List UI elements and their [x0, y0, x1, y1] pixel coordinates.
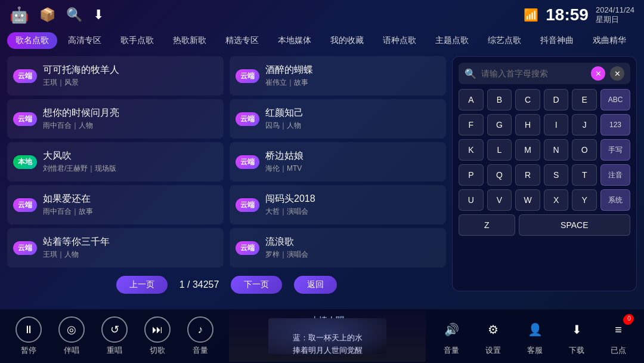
key-button-w[interactable]: W	[515, 189, 540, 211]
song-tag-badge: 云端	[236, 112, 259, 126]
key-button-a[interactable]: A	[459, 89, 484, 110]
song-tag-badge: 本地	[13, 155, 37, 169]
keyboard-row: PQRST注音	[459, 164, 630, 186]
side-key-button[interactable]: 系统	[600, 189, 630, 211]
song-list: 云端可可托海的牧羊人王琪｜风景云端想你的时候问月亮雨中百合｜人物本地大风吹刘惜君…	[7, 56, 446, 291]
key-button-t[interactable]: T	[572, 164, 597, 186]
search-input[interactable]	[481, 69, 586, 78]
prev-page-button[interactable]: 上一页	[116, 276, 168, 294]
search-clear-button[interactable]: ✕	[591, 66, 605, 81]
accompany-button[interactable]: ◎伴唱	[50, 316, 93, 356]
song-tag-badge: 云端	[236, 69, 259, 83]
return-button[interactable]: 返回	[294, 276, 337, 294]
volume-up-button[interactable]: 🔊音量	[431, 316, 472, 356]
nav-tab-variety[interactable]: 综艺点歌	[479, 32, 530, 49]
key-button-j[interactable]: J	[572, 114, 597, 136]
song-title: 可可托海的牧羊人	[43, 64, 218, 76]
key-button-l[interactable]: L	[487, 139, 512, 161]
song-title: 酒醉的蝴蝶	[265, 64, 440, 76]
pause-button[interactable]: ⏸暂停	[7, 316, 50, 356]
key-button-g[interactable]: G	[487, 114, 512, 136]
nav-tab-my-fav[interactable]: 我的收藏	[322, 32, 372, 49]
key-button-n[interactable]: N	[544, 139, 569, 161]
key-button-q[interactable]: Q	[487, 164, 512, 186]
key-button-d[interactable]: D	[544, 89, 569, 110]
song-item[interactable]: 云端流浪歌罗梓｜演唱会	[230, 228, 446, 267]
song-item[interactable]: 本地大风吹刘惜君/王赫野｜现场版	[7, 142, 224, 182]
key-button-p[interactable]: P	[459, 164, 484, 186]
key-button-m[interactable]: M	[515, 139, 540, 161]
song-item[interactable]: 云端如果爱还在雨中百合｜故事	[7, 185, 224, 224]
song-item[interactable]: 云端酒醉的蝴蝶崔伟立｜故事	[230, 56, 446, 96]
song-title: 流浪歌	[265, 236, 440, 248]
nav-tab-song-name[interactable]: 歌名点歌	[7, 32, 57, 49]
search-icon[interactable]: 🔍	[66, 7, 82, 23]
nav-tab-dialect[interactable]: 语种点歌	[374, 32, 425, 49]
search-clear-alt-button[interactable]: ✕	[610, 66, 624, 81]
android-icon: 🤖	[10, 6, 29, 24]
song-title: 闯码头2018	[265, 193, 440, 205]
song-tag-badge: 云端	[236, 198, 259, 212]
song-info: 流浪歌罗梓｜演唱会	[265, 236, 440, 260]
song-info: 站着等你三千年王琪｜人物	[43, 236, 218, 260]
nav-tab-douyin[interactable]: 抖音神曲	[532, 32, 582, 49]
key-button-b[interactable]: B	[487, 89, 512, 110]
time-display: 18:59	[546, 5, 589, 24]
song-item[interactable]: 云端站着等你三千年王琪｜人物	[7, 228, 224, 267]
side-key-button[interactable]: 123	[600, 114, 630, 136]
key-button-i[interactable]: I	[544, 114, 569, 136]
key-button-h[interactable]: H	[515, 114, 540, 136]
song-meta: 罗梓｜演唱会	[265, 250, 440, 260]
repeat-button[interactable]: ↺重唱	[93, 316, 136, 356]
video-preview-inner: 太情人聞 ♪ 蓝：取一杯天上的水 捧着明月人世间觉醒	[229, 310, 426, 362]
song-info: 如果爱还在雨中百合｜故事	[43, 193, 218, 217]
song-item[interactable]: 云端红颜知己囚鸟｜人物	[230, 99, 446, 139]
side-key-button[interactable]: 注音	[600, 164, 630, 186]
song-tag-badge: 云端	[13, 69, 37, 83]
download-icon: ⬇	[564, 316, 590, 343]
key-button-y[interactable]: Y	[572, 189, 597, 211]
ordered-button[interactable]: ≡0已点	[597, 316, 639, 356]
cloud-download-icon[interactable]: ⬇	[93, 7, 104, 23]
key-button-u[interactable]: U	[459, 189, 484, 211]
download-button[interactable]: ⬇下载	[556, 316, 597, 356]
song-title: 红颜知己	[265, 107, 440, 119]
settings-button[interactable]: ⚙设置	[472, 316, 514, 356]
key-button-z[interactable]: Z	[459, 214, 515, 236]
nav-tab-theme[interactable]: 主题点歌	[427, 32, 477, 49]
song-item[interactable]: 云端桥边姑娘海伦｜MTV	[230, 142, 446, 182]
key-button-f[interactable]: F	[459, 114, 484, 136]
key-button-k[interactable]: K	[459, 139, 484, 161]
next-page-button[interactable]: 下一页	[231, 276, 282, 294]
nav-tab-hot-new[interactable]: 热歌新歌	[165, 32, 215, 49]
song-info: 闯码头2018大哲｜演唱会	[265, 193, 440, 217]
song-meta: 王琪｜风景	[43, 78, 218, 88]
top-right-info: 📶 18:59 2024/11/24 星期日	[524, 5, 634, 25]
song-item[interactable]: 云端可可托海的牧羊人王琪｜风景	[7, 56, 224, 96]
nav-tab-hd[interactable]: 高清专区	[60, 32, 110, 49]
song-meta: 囚鸟｜人物	[265, 121, 440, 131]
nav-tab-singer[interactable]: 歌手点歌	[112, 32, 162, 49]
song-item[interactable]: 云端闯码头2018大哲｜演唱会	[230, 185, 446, 224]
key-button-s[interactable]: S	[544, 164, 569, 186]
key-button-space[interactable]: SPACE	[519, 214, 630, 236]
nav-tabs: 歌名点歌高清专区歌手点歌热歌新歌精选专区本地媒体我的收藏语种点歌主题点歌综艺点歌…	[0, 30, 644, 51]
nav-tab-local-media[interactable]: 本地媒体	[270, 32, 320, 49]
side-key-button[interactable]: 手写	[600, 139, 630, 161]
service-icon: 👤	[522, 316, 548, 343]
nav-tab-selected[interactable]: 精选专区	[217, 32, 267, 49]
key-button-r[interactable]: R	[515, 164, 540, 186]
key-button-x[interactable]: X	[544, 189, 569, 211]
nav-tab-dynamic[interactable]: 动态乐谱	[637, 32, 644, 49]
nav-tab-opera[interactable]: 戏曲精华	[584, 32, 634, 49]
key-button-c[interactable]: C	[515, 89, 540, 110]
next-song-button[interactable]: ⏭切歌	[136, 316, 179, 356]
key-button-e[interactable]: E	[572, 89, 597, 110]
key-button-o[interactable]: O	[572, 139, 597, 161]
side-key-button[interactable]: ABC	[600, 89, 630, 110]
volume-down-button[interactable]: ♪音量	[179, 316, 222, 356]
service-button[interactable]: 👤客服	[514, 316, 556, 356]
song-columns: 云端可可托海的牧羊人王琪｜风景云端想你的时候问月亮雨中百合｜人物本地大风吹刘惜君…	[7, 56, 446, 267]
key-button-v[interactable]: V	[487, 189, 512, 211]
song-item[interactable]: 云端想你的时候问月亮雨中百合｜人物	[7, 99, 224, 139]
